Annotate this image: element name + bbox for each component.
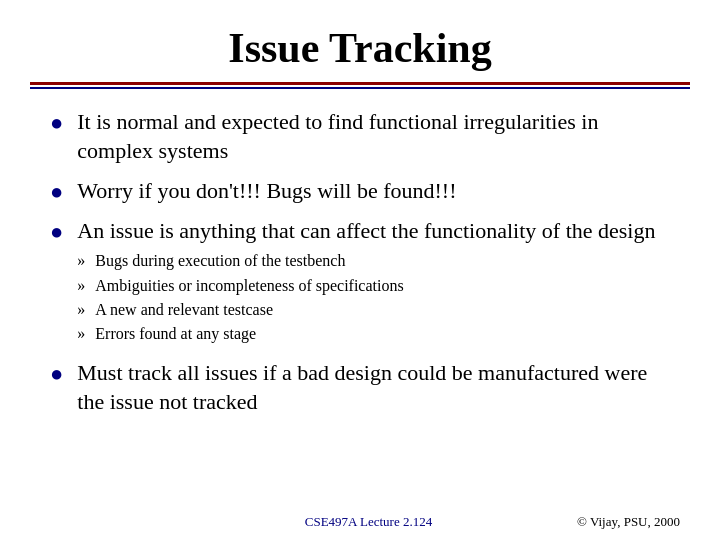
bullet-text: An issue is anything that can affect the… [77,218,655,243]
sub-bullet-text: Ambiguities or incompleteness of specifi… [95,275,403,297]
bullet-text: Worry if you don't!!! Bugs will be found… [77,178,456,203]
sub-bullet-item: »Bugs during execution of the testbench [77,250,655,272]
sub-bullet-text: Bugs during execution of the testbench [95,250,345,272]
footer-right-text: © Vijay, PSU, 2000 [577,514,680,530]
bullet-item: ●An issue is anything that can affect th… [50,216,670,347]
bullet-text-wrap: An issue is anything that can affect the… [77,216,655,347]
sub-bullet-text: Errors found at any stage [95,323,256,345]
sub-bullet-arrow: » [77,323,85,345]
bullet-dot: ● [50,360,63,389]
sub-bullet-item: »A new and relevant testcase [77,299,655,321]
divider-bottom [30,87,690,89]
bullet-dot: ● [50,218,63,247]
bullet-item: ●It is normal and expected to find funct… [50,107,670,166]
bullet-text-wrap: Worry if you don't!!! Bugs will be found… [77,176,456,206]
footer: CSE497A Lecture 2.124 © Vijay, PSU, 2000 [0,508,720,540]
footer-center-text: CSE497A Lecture 2.124 [305,514,432,530]
bullet-item: ●Worry if you don't!!! Bugs will be foun… [50,176,670,207]
slide-title: Issue Tracking [40,24,680,72]
bullet-dot: ● [50,109,63,138]
sub-bullet-text: A new and relevant testcase [95,299,273,321]
bullet-dot: ● [50,178,63,207]
bullet-text: Must track all issues if a bad design co… [77,360,647,415]
sub-bullet-item: »Errors found at any stage [77,323,655,345]
bullet-text-wrap: Must track all issues if a bad design co… [77,358,670,417]
divider [0,82,720,89]
bullet-text: It is normal and expected to find functi… [77,109,598,164]
sub-bullet-list: »Bugs during execution of the testbench»… [77,250,655,346]
sub-bullet-arrow: » [77,250,85,272]
bullet-text-wrap: It is normal and expected to find functi… [77,107,670,166]
title-area: Issue Tracking [0,0,720,82]
divider-top [30,82,690,85]
slide: Issue Tracking ●It is normal and expecte… [0,0,720,540]
sub-bullet-item: »Ambiguities or incompleteness of specif… [77,275,655,297]
sub-bullet-arrow: » [77,299,85,321]
bullet-item: ●Must track all issues if a bad design c… [50,358,670,417]
sub-bullet-arrow: » [77,275,85,297]
content-area: ●It is normal and expected to find funct… [0,103,720,509]
